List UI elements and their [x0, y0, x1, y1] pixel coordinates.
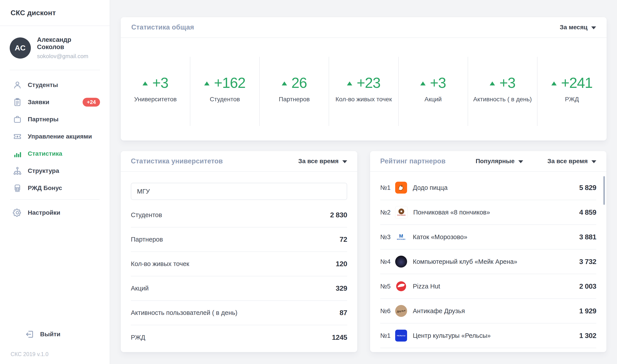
partner-name: Антикафе Друзья: [413, 307, 465, 315]
universities-period-value: За все время: [298, 158, 339, 165]
requests-count-badge: +24: [83, 98, 100, 107]
row-label: Студентов: [131, 211, 162, 219]
sidebar-item-settings[interactable]: Настройки: [0, 204, 110, 221]
chevron-down-icon: [342, 160, 347, 163]
overall-period-dropdown[interactable]: За месяц: [560, 24, 596, 31]
app-version: СКС 2019 v.1.0: [11, 351, 49, 357]
chevron-down-icon: [591, 26, 596, 29]
stat-universities: +3 Университетов: [121, 38, 190, 141]
partner-row[interactable]: №5 Pizza Hut 2 003: [380, 274, 596, 299]
partner-name: Центр культуры «Рельсы»: [413, 332, 491, 339]
row-value: 120: [336, 260, 347, 268]
partner-rank: №1: [380, 184, 395, 191]
user-icon: [12, 80, 23, 90]
uni-stat-row: Акций 329: [131, 276, 347, 301]
avatar: АС: [10, 38, 31, 59]
partners-sort-value: Популярные: [476, 158, 514, 165]
logout-label: Выйти: [40, 331, 60, 338]
uni-stat-row: РЖД 1245: [131, 325, 347, 350]
growth-up-icon: [551, 81, 557, 85]
stat-value: +23: [357, 76, 380, 90]
row-value: 329: [336, 284, 347, 292]
user-email: sokolov@gmail.com: [37, 53, 100, 60]
clipboard-icon: [12, 97, 23, 107]
partner-row[interactable]: №2 пончиков Пончиковая «8 пончиков» 4 85…: [380, 200, 596, 225]
row-value: 72: [340, 235, 347, 244]
growth-up-icon: [420, 81, 426, 85]
stat-value: +3: [430, 76, 446, 90]
sidebar-item-label: Настройки: [28, 209, 60, 216]
morozovo-logo: М МОРОЗОВО: [395, 231, 407, 243]
sidebar-item-rzd-bonus[interactable]: РЖД Бонус: [0, 180, 110, 197]
partner-rank: №3: [380, 234, 395, 241]
dodo-pizza-logo: [395, 182, 407, 194]
partner-row[interactable]: №1 Додо пицца 5 829: [380, 176, 596, 200]
row-value: 87: [340, 309, 347, 317]
stat-label: Университетов: [134, 96, 177, 103]
hierarchy-icon: [12, 166, 23, 176]
partner-row[interactable]: №1 РЕЛЬСЫ Центр культуры «Рельсы» 1 302: [380, 324, 596, 348]
sidebar-item-statistics[interactable]: Статистика: [0, 145, 110, 162]
partner-rank: №2: [380, 209, 395, 216]
druzya-anticafe-logo: Друзья: [395, 305, 407, 317]
sidebar-menu: Студенты Заявки +24 Партнеры Управление …: [0, 77, 110, 221]
stat-label: Кол-во живых точек: [335, 96, 392, 103]
uni-stat-row: Кол-во живых точек 120: [131, 252, 347, 276]
universities-title: Статистика университетов: [131, 157, 223, 165]
partner-name: Каток «Морозово»: [413, 234, 467, 241]
stat-partners: 26 Партнеров: [260, 38, 329, 141]
stat-promos: +3 Акций: [398, 38, 468, 141]
sidebar-item-label: Партнеры: [28, 116, 59, 123]
growth-up-icon: [143, 81, 148, 85]
universities-period-dropdown[interactable]: За все время: [298, 158, 347, 165]
overall-stats-card: Статистика общая За месяц +3 Университет…: [121, 17, 607, 141]
partner-value: 1 929: [579, 307, 596, 315]
user-name: Александр Соколов: [37, 36, 100, 51]
ticket-icon: [12, 131, 23, 142]
partner-rank: №5: [380, 283, 395, 290]
menu-divider: [10, 199, 100, 200]
partners-scrollbar[interactable]: [603, 176, 605, 205]
university-select[interactable]: [131, 183, 347, 200]
sidebar-item-partners[interactable]: Партнеры: [0, 111, 110, 128]
partners-sort-dropdown[interactable]: Популярные: [476, 158, 523, 165]
user-profile[interactable]: АС Александр Соколов sokolov@gmail.com: [10, 26, 100, 70]
chevron-down-icon: [591, 160, 596, 163]
overall-period-value: За месяц: [560, 24, 588, 31]
stat-live-points: +23 Кол-во живых точек: [329, 38, 398, 141]
stat-rzd: +241 РЖД: [537, 38, 607, 141]
partner-row[interactable]: №3 М МОРОЗОВО Каток «Морозово» 3 881: [380, 225, 596, 249]
sidebar-item-promotions[interactable]: Управление акциями: [0, 128, 110, 145]
partner-row[interactable]: №4 Компьютерный клуб «Мейк Арена» 3 732: [380, 249, 596, 274]
sidebar: СКС дисконт АС Александр Соколов sokolov…: [0, 0, 110, 364]
stat-value: +162: [214, 76, 245, 90]
row-value: 1245: [332, 333, 347, 341]
uni-stat-row: Студентов 2 830: [131, 203, 347, 227]
logout-button[interactable]: Выйти: [12, 326, 70, 343]
partner-value: 5 829: [579, 184, 596, 192]
partner-row[interactable]: №6 Друзья Антикафе Друзья 1 929: [380, 299, 596, 324]
growth-up-icon: [282, 81, 287, 85]
stat-label: Акций: [424, 96, 442, 103]
sidebar-item-structure[interactable]: Структура: [0, 162, 110, 180]
partner-value: 1 302: [579, 332, 596, 340]
row-label: Акций: [131, 285, 149, 292]
partner-value: 3 732: [579, 258, 596, 266]
stat-value: +3: [499, 76, 515, 90]
partners-period-dropdown[interactable]: За все время: [547, 158, 596, 165]
row-value: 2 830: [330, 211, 347, 219]
donut-icon: [398, 208, 404, 214]
partner-name: Компьютерный клуб «Мейк Арена»: [413, 258, 517, 265]
partner-name: Pizza Hut: [413, 283, 440, 290]
partner-rank: №1: [380, 332, 395, 339]
overall-stats-row: +3 Университетов +162 Студентов 26 Партн…: [121, 38, 607, 141]
row-label: Партнеров: [131, 236, 163, 243]
growth-up-icon: [204, 81, 210, 85]
sidebar-item-label: РЖД Бонус: [28, 184, 62, 192]
sidebar-item-students[interactable]: Студенты: [0, 77, 110, 94]
partner-name: Додо пицца: [413, 184, 448, 191]
stat-label: Студентов: [210, 96, 240, 103]
logout-icon: [25, 329, 35, 339]
partners-rating-card: Рейтинг партнеров Популярные За все врем…: [370, 151, 606, 352]
sidebar-item-requests[interactable]: Заявки +24: [0, 94, 110, 111]
